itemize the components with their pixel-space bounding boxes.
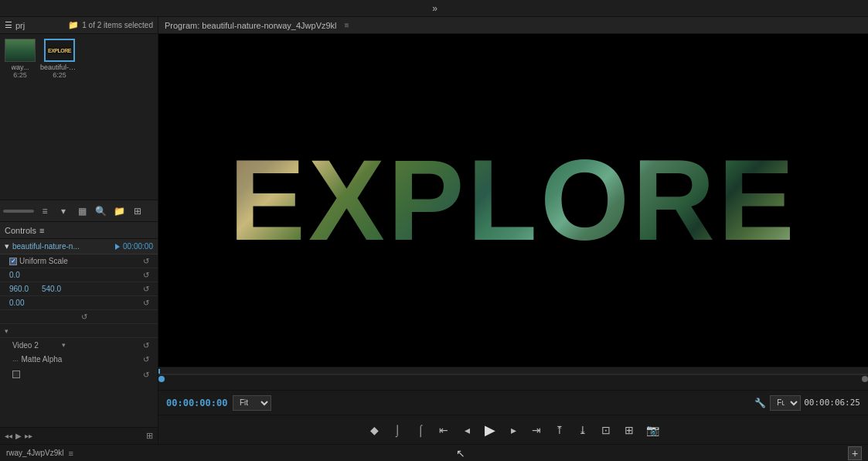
scrubber-end-handle — [862, 376, 868, 382]
effect-controls-title: Controls — [5, 226, 36, 235]
add-track-button[interactable]: + — [848, 446, 862, 460]
media-thumb-video — [5, 39, 36, 62]
explore-text: EXPLORE — [229, 135, 797, 266]
folder-icon: 📁 — [68, 20, 79, 30]
media-duration-1: 6:25 — [13, 71, 27, 79]
media-thumb-explore: EXPLORE — [44, 39, 75, 62]
media-item-label-1: way... — [12, 63, 29, 71]
media-item-explore[interactable]: EXPLORE beautiful-nature-norwa... 6:25 — [40, 39, 79, 79]
scrubber-track[interactable] — [158, 375, 868, 383]
uniform-scale-label: Uniform Scale — [19, 257, 81, 265]
fit-dropdown[interactable]: Fit 25% 50% 100% — [233, 395, 271, 411]
uniform-scale-reset[interactable]: ↺ — [141, 256, 151, 267]
effect-controls-footer: ◂◂ ▶ ▸▸ ⊞ — [0, 427, 158, 444]
timeline-menu-icon[interactable]: ≡ — [68, 449, 73, 458]
reset-all-row: ↺ — [0, 310, 158, 324]
dropdown-arrow: ▾ — [62, 341, 66, 349]
hamburger-icon[interactable]: ☰ — [5, 20, 12, 30]
current-timecode[interactable]: 00:00:00:00 — [166, 398, 228, 408]
scale-y-value[interactable]: 540.0 — [42, 285, 65, 293]
go-to-in-icon[interactable]: ⇤ — [435, 422, 452, 439]
uniform-scale-checkbox-wrap: ✓ Uniform Scale — [9, 257, 81, 265]
footer-play-icon[interactable]: ▶ — [15, 432, 22, 440]
play-icon[interactable]: ▶ — [482, 422, 499, 439]
clip-play-icon[interactable] — [115, 244, 120, 250]
scale-row: 960.0 540.0 ↺ — [0, 282, 158, 296]
effect-controls-panel: Controls ≡ ▾ beautiful-nature-n... 00:00… — [0, 222, 158, 444]
rotation-reset[interactable]: ↺ — [141, 298, 151, 309]
monitor-controls-right: 🔧 Full 1/2 1/4 00:00:06:25 — [753, 395, 860, 411]
scale-x-value[interactable]: 960.0 — [9, 285, 32, 293]
reset-all-icon[interactable]: ↺ — [79, 312, 90, 323]
mark-out-icon[interactable]: ⌠ — [412, 422, 429, 439]
selection-info: 1 of 2 items selected — [82, 21, 153, 29]
opacity-section-header: ▾ — [0, 324, 158, 338]
insert-icon[interactable]: ⊡ — [597, 422, 614, 439]
add-marker-icon[interactable]: ◆ — [366, 422, 383, 439]
opacity-expand-icon[interactable]: ▾ — [5, 327, 9, 335]
video-track-label: Video 2 — [12, 341, 59, 350]
new-folder-icon[interactable]: 📁 — [111, 203, 127, 219]
project-panel-toolbar: ≡ ▾ ▦ 🔍 📁 ⊞ — [0, 200, 158, 221]
effect-controls-menu-icon[interactable]: ≡ — [39, 226, 44, 235]
effect-controls-header: Controls ≡ — [0, 222, 158, 239]
monitor-title: Program: beautiful-nature-norway_4JwpVz9… — [165, 21, 337, 30]
zoom-slider[interactable] — [3, 210, 34, 213]
time-reset[interactable]: ↺ — [141, 369, 151, 380]
uniform-scale-checkbox[interactable]: ✓ — [9, 258, 17, 265]
monitor-playback: ◆ ⌡ ⌠ ⇤ ◂ ▶ ▸ ⇥ ⤒ ⤓ ⊡ ⊞ 📷 — [158, 415, 868, 444]
clip-row: ▾ beautiful-nature-n... 00:00:00 — [0, 239, 158, 254]
step-forward-icon[interactable]: ▸ — [505, 422, 522, 439]
footer-next-frame[interactable]: ▸▸ — [25, 432, 32, 440]
cursor-icon: ↖ — [454, 446, 468, 460]
check-mark: ✓ — [11, 258, 16, 265]
media-duration-2: 6:25 — [53, 71, 66, 79]
program-monitor: Program: beautiful-nature-norway_4JwpVz9… — [158, 17, 868, 444]
matte-alpha-label: Matte Alpha — [22, 355, 68, 364]
wrench-icon[interactable]: 🔧 — [753, 396, 767, 410]
grid-icon[interactable]: ▦ — [74, 203, 90, 219]
list-view-icon[interactable]: ≡ — [37, 203, 53, 219]
matte-alpha-row: ... Matte Alpha ↺ — [0, 352, 158, 366]
search-icon[interactable]: 🔍 — [93, 203, 108, 219]
footer-add-icon[interactable]: ⊞ — [146, 431, 153, 441]
rotation-value[interactable]: 0.00 — [9, 299, 32, 307]
overwrite-icon[interactable]: ⊞ — [621, 422, 638, 439]
monitor-header: Program: beautiful-nature-norway_4JwpVz9… — [158, 17, 868, 34]
playhead[interactable] — [158, 369, 160, 374]
left-panel: ☰ prj 📁 1 of 2 items selected way... 6:2… — [0, 17, 158, 444]
matte-reset[interactable]: ↺ — [141, 353, 151, 364]
monitor-menu-icon[interactable]: ≡ — [342, 20, 352, 31]
explore-thumbnail-text: EXPLORE — [48, 48, 71, 53]
lift-icon[interactable]: ⤒ — [551, 422, 568, 439]
media-item-video[interactable]: way... 6:25 — [5, 39, 36, 79]
new-item-icon[interactable]: ⊞ — [130, 203, 145, 219]
position-x-value[interactable]: 0.0 — [9, 271, 32, 279]
blend-mode-reset[interactable]: ↺ — [141, 340, 151, 350]
go-to-out-icon[interactable]: ⇥ — [528, 422, 545, 439]
main-area: ☰ prj 📁 1 of 2 items selected way... 6:2… — [0, 17, 868, 444]
project-panel: ☰ prj 📁 1 of 2 items selected way... 6:2… — [0, 17, 158, 222]
step-back-icon[interactable]: ◂ — [458, 422, 475, 439]
export-frame-icon[interactable]: 📷 — [644, 422, 661, 439]
rotation-row: 0.00 ↺ — [0, 296, 158, 310]
clip-name: beautiful-nature-n... — [12, 242, 112, 251]
time-controls-row: ↺ — [0, 366, 158, 383]
expand-arrows-icon[interactable]: » — [432, 3, 436, 14]
list-menu-icon[interactable]: ▾ — [56, 203, 71, 219]
position-reset[interactable]: ↺ — [141, 270, 151, 281]
blend-mode-row: Video 2 ▾ ↺ — [0, 338, 158, 352]
quality-dropdown[interactable]: Full 1/2 1/4 — [770, 395, 801, 411]
fit-dropdown-wrap: Fit 25% 50% 100% — [233, 395, 271, 411]
time-checkbox[interactable] — [12, 371, 20, 378]
clip-expand-icon[interactable]: ▾ — [5, 241, 9, 251]
scrubber-handle[interactable] — [158, 376, 165, 382]
bottom-bar: rway_4JwpVz9kl ≡ ↖ + — [0, 444, 868, 461]
matte-dots: ... — [12, 355, 19, 363]
mark-in-icon[interactable]: ⌡ — [389, 422, 406, 439]
scale-reset[interactable]: ↺ — [141, 284, 151, 295]
extract-icon[interactable]: ⤓ — [574, 422, 591, 439]
top-bar: » — [0, 0, 868, 17]
footer-prev-frame[interactable]: ◂◂ — [5, 432, 12, 440]
scrubber-time-ruler[interactable] — [158, 367, 868, 375]
